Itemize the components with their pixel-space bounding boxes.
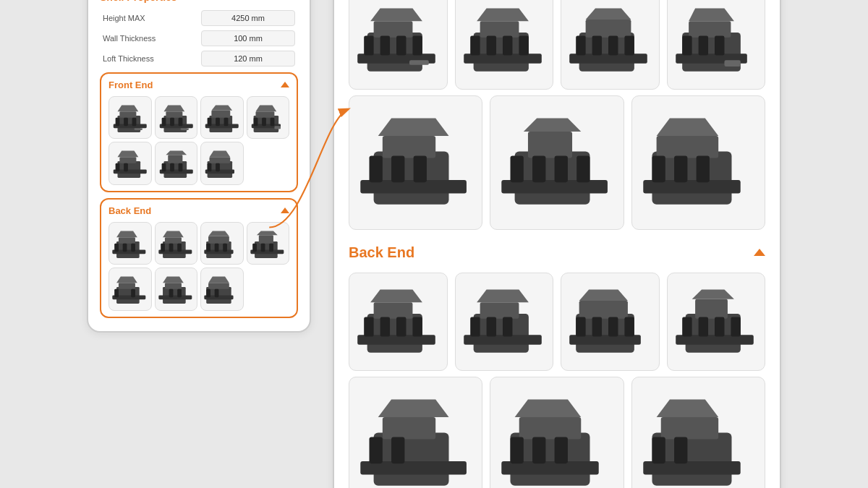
list-item[interactable] [561, 0, 660, 90]
svg-rect-134 [391, 156, 404, 183]
right-back-end-header: Back End [349, 244, 765, 261]
svg-rect-133 [369, 156, 382, 183]
svg-rect-190 [519, 417, 582, 440]
svg-rect-130 [374, 152, 449, 205]
list-item[interactable] [155, 267, 198, 311]
list-item[interactable] [667, 273, 766, 372]
height-input[interactable]: 4250 mm [201, 10, 295, 26]
svg-rect-69 [215, 243, 219, 252]
right-back-end-toggle[interactable] [754, 249, 765, 256]
list-item[interactable] [349, 273, 448, 372]
svg-marker-136 [378, 119, 449, 136]
svg-marker-50 [210, 151, 231, 158]
svg-rect-56 [131, 243, 135, 252]
svg-rect-126 [698, 35, 707, 55]
wall-input[interactable]: 100 mm [201, 30, 295, 46]
left-front-end-grid [109, 96, 289, 185]
list-item[interactable] [631, 95, 765, 229]
svg-rect-165 [503, 317, 512, 336]
svg-rect-73 [258, 235, 273, 244]
svg-rect-41 [161, 163, 166, 172]
list-item[interactable] [490, 377, 624, 488]
svg-rect-6 [132, 117, 137, 126]
list-item[interactable] [109, 142, 152, 185]
svg-rect-156 [380, 317, 390, 336]
svg-rect-100 [364, 35, 373, 55]
left-front-end-title: Front End [109, 80, 153, 90]
svg-rect-171 [592, 317, 602, 336]
svg-rect-170 [576, 317, 585, 336]
svg-rect-111 [503, 35, 512, 55]
svg-rect-193 [532, 437, 545, 463]
svg-rect-66 [208, 236, 229, 243]
right-front-end-grid-row2 [349, 95, 765, 229]
svg-rect-39 [168, 155, 182, 163]
list-item[interactable] [667, 0, 766, 90]
list-item[interactable] [155, 222, 198, 265]
svg-rect-52 [119, 237, 135, 244]
svg-rect-179 [698, 317, 707, 336]
shell-properties-header: Shell Properties [100, 0, 298, 3]
svg-rect-13 [170, 117, 174, 126]
svg-rect-49 [216, 163, 220, 172]
svg-rect-164 [486, 317, 495, 336]
svg-marker-128 [689, 8, 734, 21]
svg-rect-55 [123, 243, 127, 252]
svg-rect-82 [114, 289, 119, 298]
list-item[interactable] [490, 95, 624, 229]
svg-marker-57 [116, 231, 137, 237]
svg-marker-113 [477, 8, 529, 21]
list-item[interactable] [109, 267, 152, 311]
list-item[interactable] [109, 222, 152, 265]
left-back-end-header: Back End [109, 205, 289, 216]
svg-rect-21 [216, 117, 220, 126]
left-panel: Shell Settings ✕ Shell Properties Height… [87, 0, 311, 333]
list-item[interactable] [349, 0, 448, 90]
left-front-end-header: Front End [109, 80, 289, 90]
svg-rect-146 [656, 136, 718, 158]
list-item[interactable] [200, 142, 244, 185]
svg-rect-10 [166, 111, 182, 118]
svg-rect-59 [164, 237, 181, 244]
svg-rect-129 [724, 60, 740, 67]
svg-rect-83 [131, 289, 135, 298]
list-item[interactable] [109, 96, 152, 140]
svg-marker-23 [211, 105, 232, 110]
list-item[interactable] [349, 95, 482, 229]
svg-rect-160 [473, 314, 528, 353]
list-item[interactable] [349, 377, 482, 488]
right-back-end-grid-row1 [349, 273, 765, 372]
list-item[interactable] [631, 377, 765, 488]
svg-marker-15 [163, 105, 184, 111]
svg-rect-87 [158, 296, 192, 300]
svg-rect-172 [608, 317, 618, 336]
left-back-end-toggle[interactable] [281, 207, 289, 213]
svg-rect-16 [180, 128, 189, 130]
loft-input[interactable]: 120 mm [201, 51, 295, 67]
list-item[interactable] [200, 222, 244, 265]
list-item[interactable] [200, 96, 244, 140]
list-item[interactable] [455, 273, 554, 372]
svg-rect-89 [177, 289, 182, 298]
list-item[interactable] [155, 96, 198, 140]
list-item[interactable] [247, 96, 290, 140]
list-item[interactable] [561, 273, 660, 372]
svg-rect-143 [576, 156, 590, 183]
svg-rect-5 [124, 117, 128, 126]
list-item[interactable] [455, 0, 554, 90]
svg-rect-20 [208, 117, 212, 126]
svg-rect-150 [696, 156, 709, 183]
svg-rect-187 [391, 437, 404, 463]
svg-rect-75 [252, 243, 257, 252]
svg-rect-28 [262, 117, 266, 126]
left-front-end-toggle[interactable] [281, 82, 289, 87]
list-item[interactable] [155, 142, 198, 185]
svg-rect-107 [480, 21, 519, 37]
svg-marker-84 [116, 277, 137, 283]
svg-rect-140 [511, 156, 524, 183]
list-item[interactable] [200, 267, 244, 311]
svg-rect-180 [715, 317, 724, 336]
list-item[interactable] [247, 222, 290, 265]
height-label: Height MAX [103, 14, 175, 22]
svg-rect-80 [119, 283, 135, 289]
